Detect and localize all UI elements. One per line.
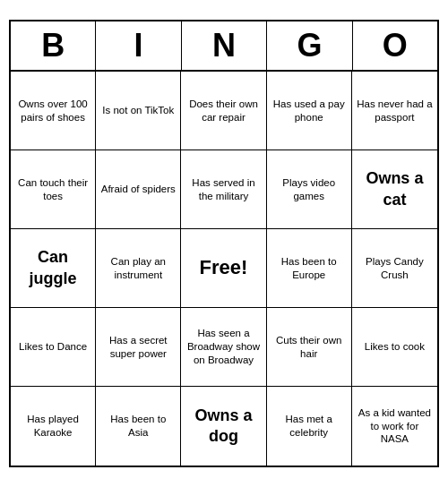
header-letter: B bbox=[11, 21, 96, 70]
bingo-cell[interactable]: Can play an instrument bbox=[96, 229, 181, 308]
bingo-cell[interactable]: Has met a celebrity bbox=[267, 387, 352, 466]
bingo-cell[interactable]: Owns a dog bbox=[181, 387, 266, 466]
header-letter: G bbox=[267, 21, 352, 70]
bingo-cell[interactable]: Cuts their own hair bbox=[267, 308, 352, 387]
header-letter: O bbox=[353, 21, 437, 70]
bingo-cell[interactable]: Afraid of spiders bbox=[96, 150, 181, 229]
bingo-cell[interactable]: Has served in the military bbox=[181, 150, 266, 229]
bingo-cell[interactable]: Is not on TikTok bbox=[96, 72, 181, 150]
bingo-cell[interactable]: Can touch their toes bbox=[11, 150, 96, 229]
bingo-cell[interactable]: Does their own car repair bbox=[181, 72, 266, 150]
bingo-cell[interactable]: Likes to Dance bbox=[11, 308, 96, 387]
bingo-cell[interactable]: As a kid wanted to work for NASA bbox=[352, 387, 437, 466]
bingo-grid: Owns over 100 pairs of shoesIs not on Ti… bbox=[11, 72, 437, 466]
bingo-cell[interactable]: Plays Candy Crush bbox=[352, 229, 437, 308]
bingo-cell[interactable]: Has seen a Broadway show on Broadway bbox=[181, 308, 266, 387]
bingo-cell[interactable]: Has been to Asia bbox=[96, 387, 181, 466]
bingo-cell[interactable]: Has never had a passport bbox=[352, 72, 437, 150]
bingo-cell[interactable]: Plays video games bbox=[267, 150, 352, 229]
bingo-card: BINGO Owns over 100 pairs of shoesIs not… bbox=[9, 20, 439, 467]
bingo-header: BINGO bbox=[11, 21, 437, 72]
bingo-cell[interactable]: Can juggle bbox=[11, 229, 96, 308]
header-letter: I bbox=[96, 21, 181, 70]
bingo-cell[interactable]: Has played Karaoke bbox=[11, 387, 96, 466]
bingo-cell[interactable]: Owns a cat bbox=[352, 150, 437, 229]
bingo-cell[interactable]: Free! bbox=[181, 229, 266, 308]
bingo-cell[interactable]: Has been to Europe bbox=[267, 229, 352, 308]
bingo-cell[interactable]: Has a secret super power bbox=[96, 308, 181, 387]
bingo-cell[interactable]: Likes to cook bbox=[352, 308, 437, 387]
bingo-cell[interactable]: Owns over 100 pairs of shoes bbox=[11, 72, 96, 150]
bingo-cell[interactable]: Has used a pay phone bbox=[267, 72, 352, 150]
header-letter: N bbox=[182, 21, 267, 70]
